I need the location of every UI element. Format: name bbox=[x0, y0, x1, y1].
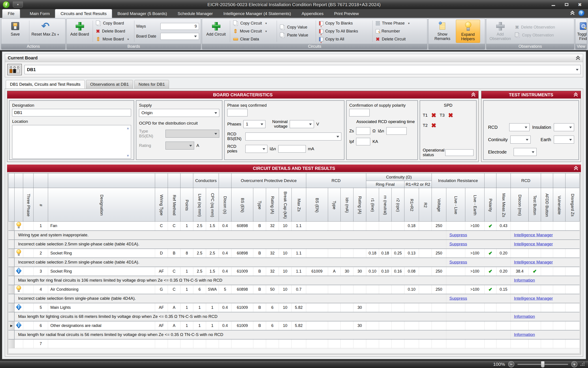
add-board-button[interactable]: Add Board bbox=[68, 20, 91, 43]
cell-rating-a[interactable]: 32 bbox=[266, 221, 279, 230]
paste-value-button[interactable]: Paste Value bbox=[279, 32, 314, 39]
cell-polarity[interactable]: ✔ bbox=[484, 285, 496, 294]
cell-type[interactable]: B bbox=[253, 321, 266, 330]
cell-wiring-type[interactable]: AF bbox=[155, 267, 168, 276]
column-header-live-earth[interactable]: Live - Earth bbox=[465, 188, 484, 221]
cell-discon-ms[interactable] bbox=[511, 249, 528, 258]
cell-cpc-sq-mm[interactable]: 1.5 bbox=[206, 267, 219, 276]
cell-designation[interactable]: Main Lights bbox=[48, 303, 155, 312]
cell-bs-en[interactable] bbox=[306, 221, 328, 230]
row-indicator[interactable] bbox=[9, 285, 15, 294]
cell-disregard-zs[interactable] bbox=[565, 303, 579, 312]
cell-rating-a[interactable] bbox=[266, 339, 279, 348]
cell-type[interactable] bbox=[328, 249, 341, 258]
row-indicator[interactable]: ▶ bbox=[9, 321, 15, 330]
cell-live-sq-mm[interactable]: 6 bbox=[193, 285, 206, 294]
column-header-r2[interactable]: R2 bbox=[419, 188, 431, 221]
cell-max-meas-zs[interactable]: 0.20 bbox=[496, 267, 511, 276]
cell-type[interactable] bbox=[253, 339, 266, 348]
cell-polarity[interactable]: ✔ bbox=[484, 221, 496, 230]
column-header-r1-line[interactable]: r1 (line) bbox=[366, 188, 379, 221]
ribbon-tab-print-preview[interactable]: Print Preview bbox=[329, 9, 364, 18]
show-remarks-button[interactable]: Show Remarks bbox=[430, 20, 455, 43]
location-textarea[interactable]: ▲ ▼ bbox=[12, 125, 131, 159]
cell-live-earth[interactable] bbox=[465, 339, 484, 348]
doc-tab-db1-details-circuits-and-test-results[interactable]: DB1 Details, Circuits and Test Results bbox=[6, 80, 85, 89]
column-header-type[interactable]: Type bbox=[328, 188, 341, 221]
row-indicator[interactable] bbox=[9, 267, 15, 276]
cell-bs-en[interactable] bbox=[306, 249, 328, 258]
nominal-voltage-combobox[interactable] bbox=[290, 120, 314, 128]
column-header-blank[interactable]: # bbox=[34, 188, 48, 221]
cell-rating-a[interactable]: 32 bbox=[266, 267, 279, 276]
ribbon-tab-main-form[interactable]: Main Form bbox=[25, 9, 55, 18]
cell-circuit-number[interactable]: 5 bbox=[34, 303, 48, 312]
row-indicator[interactable] bbox=[9, 221, 15, 230]
cell-r2-cpc[interactable]: 0.25 bbox=[392, 249, 404, 258]
cell-ref-method[interactable]: B bbox=[168, 249, 180, 258]
cell-idn-ma[interactable] bbox=[341, 285, 353, 294]
delete-observation-button[interactable]: Delete Observation bbox=[514, 24, 563, 31]
ti-continuity-combobox[interactable] bbox=[510, 136, 531, 144]
cell-ref-method[interactable]: C bbox=[168, 285, 180, 294]
cell-type[interactable]: A bbox=[328, 267, 341, 276]
cell-rn-neutral[interactable] bbox=[379, 221, 392, 230]
cell-r1-r2[interactable]: 0.18 bbox=[404, 221, 419, 230]
column-header-live-live[interactable]: Live - Live bbox=[446, 188, 465, 221]
cell-idn-ma[interactable] bbox=[341, 221, 353, 230]
column-header-cpc-sq-mm[interactable]: CPC (sq mm) bbox=[206, 188, 219, 221]
cell-live-earth[interactable]: >100 bbox=[465, 267, 484, 276]
cell-rating-a[interactable]: 30 bbox=[353, 321, 366, 330]
suppress-link[interactable]: Suppress bbox=[449, 260, 467, 264]
cell-live-sq-mm[interactable]: 2.5 bbox=[193, 249, 206, 258]
column-header-discon-s[interactable]: Discon (s) bbox=[219, 188, 231, 221]
cell-bs-en[interactable] bbox=[306, 339, 328, 348]
cell-rating-a[interactable]: 6 bbox=[266, 303, 279, 312]
cell-ref-method[interactable]: A bbox=[168, 321, 180, 330]
delete-board-button[interactable]: Delete Board bbox=[95, 28, 132, 35]
suppress-link[interactable]: Suppress bbox=[449, 233, 467, 237]
cell-r2[interactable] bbox=[419, 321, 431, 330]
cell-rating-a[interactable]: 30 bbox=[353, 303, 366, 312]
cell-afdd-button[interactable] bbox=[541, 321, 553, 330]
cell-live-earth[interactable]: >100 bbox=[465, 221, 484, 230]
cell-designation[interactable]: Other designations are radial bbox=[48, 321, 155, 330]
column-header-type[interactable]: Type bbox=[253, 188, 266, 221]
maximize-button[interactable] bbox=[563, 2, 570, 7]
cell-max-meas-zs[interactable]: 0.20 bbox=[496, 249, 511, 258]
info-icon[interactable] bbox=[14, 303, 23, 312]
cell-r2[interactable] bbox=[419, 303, 431, 312]
cell-cpc-sq-mm[interactable] bbox=[206, 339, 219, 348]
row-indicator[interactable] bbox=[9, 249, 15, 258]
move-board-button[interactable]: Move Board▼ bbox=[95, 36, 132, 43]
cell-test-button[interactable] bbox=[528, 285, 541, 294]
spd-t3-fail-icon[interactable]: ✖ bbox=[448, 112, 453, 119]
cell-three-phase[interactable] bbox=[23, 339, 33, 348]
cell-points[interactable]: 1 bbox=[180, 303, 193, 312]
cell-r1-r2[interactable] bbox=[404, 339, 419, 348]
cell-r1-line[interactable] bbox=[366, 285, 379, 294]
collapse-chevron-icon[interactable] bbox=[574, 166, 578, 170]
cell-polarity[interactable]: ✔ bbox=[484, 249, 496, 258]
cell-ref-method[interactable]: A bbox=[168, 303, 180, 312]
zoom-out-button[interactable]: − bbox=[508, 361, 514, 367]
cell-live-sq-mm[interactable]: 1 bbox=[193, 321, 206, 330]
cell-break-cap-ka[interactable]: 10 bbox=[279, 221, 291, 230]
cell-live-earth[interactable] bbox=[465, 321, 484, 330]
cell-bs-en[interactable] bbox=[306, 303, 328, 312]
cell-type[interactable]: B bbox=[253, 249, 266, 258]
row-indicator[interactable] bbox=[9, 339, 15, 348]
cell-r2[interactable] bbox=[419, 267, 431, 276]
bulb-icon[interactable] bbox=[14, 285, 23, 294]
cell-type[interactable] bbox=[328, 303, 341, 312]
cell-rn-neutral[interactable] bbox=[379, 339, 392, 348]
cell-designation[interactable] bbox=[48, 339, 155, 348]
bulb-icon[interactable] bbox=[14, 249, 23, 258]
cell-three-phase[interactable] bbox=[23, 285, 33, 294]
cell-r1-line[interactable]: 0.10 bbox=[366, 267, 379, 276]
column-header-voltage[interactable]: Voltage bbox=[431, 188, 446, 221]
add-circuit-button[interactable]: Add Circuit bbox=[204, 20, 228, 43]
cell-type[interactable]: B bbox=[253, 303, 266, 312]
cell-designation[interactable]: Air Conditioning bbox=[48, 285, 155, 294]
cell-r2[interactable] bbox=[419, 339, 431, 348]
